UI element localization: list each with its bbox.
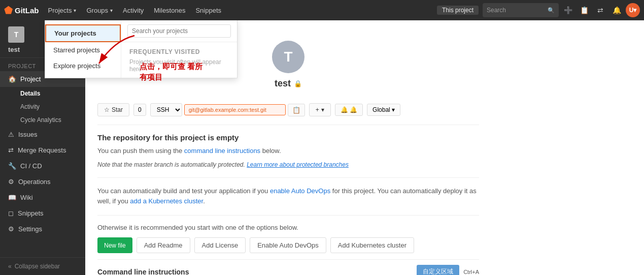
wiki-icon: 📖 (8, 194, 16, 201)
project-title: test 🔒 (97, 78, 479, 89)
project-actions-bar: ☆ Star 0 SSH 📋 + ▾ 🔔 🔔 (97, 103, 479, 116)
todo-icon[interactable]: 📋 (577, 3, 591, 17)
nav-milestones[interactable]: Milestones (149, 0, 190, 20)
dropdown-search-area (121, 20, 237, 42)
sidebar-item-merge-requests[interactable]: ⇄ Merge Requests (0, 142, 85, 158)
sidebar-item-issues[interactable]: ⚠ Issues (0, 127, 85, 142)
merge-icon: ⇄ (8, 146, 14, 154)
new-file-button[interactable]: New file (97, 237, 132, 253)
snippets-icon: ◻ (8, 209, 14, 217)
project-icon: 🏠 (8, 75, 16, 83)
dropdown-frequent-section: Frequently visited Projects you visit of… (121, 42, 237, 77)
dropdown-left-panel: Your projects Starred projects Explore p… (45, 20, 121, 78)
settings-icon: ⚙ (8, 225, 14, 233)
repo-url-input[interactable] (184, 104, 286, 115)
project-context-label[interactable]: This project (437, 6, 479, 15)
dropdown-starred-projects[interactable]: Starred projects (45, 42, 121, 58)
add-readme-button[interactable]: Add Readme (137, 237, 190, 253)
notifications-button[interactable]: 🔔 🔔 (335, 104, 363, 116)
sidebar-item-cycle-analytics[interactable]: Cycle Analytics (0, 113, 85, 127)
nav-activity[interactable]: Activity (118, 0, 149, 20)
projects-caret-icon: ▾ (74, 8, 76, 13)
cmd-link[interactable]: command line instructions (184, 147, 260, 155)
issues-icon: ⚠ (8, 131, 14, 138)
protected-branches-link[interactable]: Learn more about protected branches (247, 161, 349, 168)
sidebar-item-settings[interactable]: ⚙ Settings (0, 221, 85, 237)
dropdown-your-projects[interactable]: Your projects (45, 24, 121, 42)
enable-devops-button[interactable]: Enable Auto DevOps (250, 237, 326, 253)
dropdown-freq-title: Frequently visited (129, 48, 229, 55)
cmd-section-title: Command line instructions (97, 268, 189, 275)
sidebar-item-operations[interactable]: ⚙ Operations (0, 174, 85, 190)
gitlab-brand[interactable]: ⬟ GitLab (4, 4, 39, 16)
kubernetes-cluster-link[interactable]: add a Kubernetes cluster (130, 197, 203, 205)
auto-devops-notice: You can automatically build and test you… (97, 186, 479, 207)
branch-notice: Note that the master branch is automatic… (97, 160, 479, 169)
lock-icon: 🔒 (294, 80, 302, 87)
command-line-section: Command line instructions 自定义区域 Ctrl+A (97, 259, 479, 275)
dropdown-right-panel: Frequently visited Projects you visit of… (121, 20, 237, 78)
create-icon[interactable]: ➕ (561, 3, 575, 17)
empty-repo-desc: You can push them using the command line… (97, 146, 479, 156)
protocol-select[interactable]: SSH (150, 103, 182, 116)
dropdown-freq-desc: Projects you visit often will appear her… (129, 58, 229, 73)
sidebar-project-avatar: T (8, 26, 24, 43)
top-navbar: ⬟ GitLab Projects ▾ Groups ▾ Activity Mi… (0, 0, 644, 20)
star-count: 0 (133, 104, 146, 116)
gitlab-wordmark: GitLab (15, 6, 39, 15)
sidebar-item-activity[interactable]: Activity (0, 100, 85, 113)
cmd-right-area: 自定义区域 Ctrl+A (417, 265, 479, 275)
global-button[interactable]: Global ▾ (367, 104, 400, 116)
projects-dropdown: Your projects Starred projects Explore p… (45, 20, 238, 78)
dropdown-search-input[interactable] (127, 24, 231, 38)
gitlab-logo-icon: ⬟ (4, 4, 13, 16)
empty-repo-notice: The repository for this project is empty (97, 133, 479, 142)
ssh-input-group: SSH 📋 (150, 103, 305, 116)
sidebar-item-snippets[interactable]: ◻ Snippets (0, 205, 85, 221)
merge-request-icon[interactable]: ⇄ (593, 3, 607, 17)
star-button[interactable]: ☆ Star (97, 103, 129, 116)
sidebar-item-details[interactable]: Details (0, 87, 85, 100)
add-license-button[interactable]: Add License (194, 237, 246, 253)
divider-1 (97, 125, 479, 125)
search-icon: 🔍 (548, 7, 555, 14)
search-box[interactable]: 🔍 (483, 3, 559, 17)
copy-url-button[interactable]: 📋 (288, 104, 305, 116)
custom-area-button[interactable]: 自定义区域 (417, 265, 459, 275)
enable-auto-devops-link[interactable]: enable Auto DevOps (270, 187, 330, 195)
star-icon: ☆ (104, 106, 110, 113)
nav-snippets[interactable]: Snippets (190, 0, 226, 20)
add-button[interactable]: + ▾ (309, 103, 331, 116)
collapse-icon: « (8, 263, 12, 270)
add-cluster-button[interactable]: Add Kubernetes cluster (330, 237, 414, 253)
global-caret-icon: ▾ (392, 106, 395, 113)
search-input[interactable] (487, 7, 548, 14)
issues-icon[interactable]: 🔔 (609, 3, 624, 17)
options-text: Otherwise it is recommended you start wi… (97, 224, 479, 231)
operations-icon: ⚙ (8, 178, 14, 186)
ctrl-shortcut: Ctrl+A (463, 269, 479, 275)
ci-icon: 🔧 (8, 162, 16, 170)
groups-caret-icon: ▾ (110, 8, 113, 13)
file-action-buttons: New file Add Readme Add License Enable A… (97, 237, 479, 253)
nav-projects[interactable]: Projects ▾ (43, 0, 82, 20)
chevron-down-icon: ▾ (321, 106, 324, 113)
sidebar-item-ci-cd[interactable]: 🔧 CI / CD (0, 158, 85, 174)
nav-groups[interactable]: Groups ▾ (81, 0, 118, 20)
user-avatar[interactable]: U▾ (626, 3, 640, 17)
divider-2 (97, 177, 479, 178)
collapse-sidebar-button[interactable]: « Collapse sidebar (0, 257, 85, 275)
project-avatar-large: T (272, 41, 304, 73)
dropdown-explore-projects[interactable]: Explore projects (45, 58, 121, 74)
divider-3 (97, 215, 479, 216)
sidebar-item-wiki[interactable]: 📖 Wiki (0, 190, 85, 205)
bell-icon: 🔔 (341, 106, 348, 113)
